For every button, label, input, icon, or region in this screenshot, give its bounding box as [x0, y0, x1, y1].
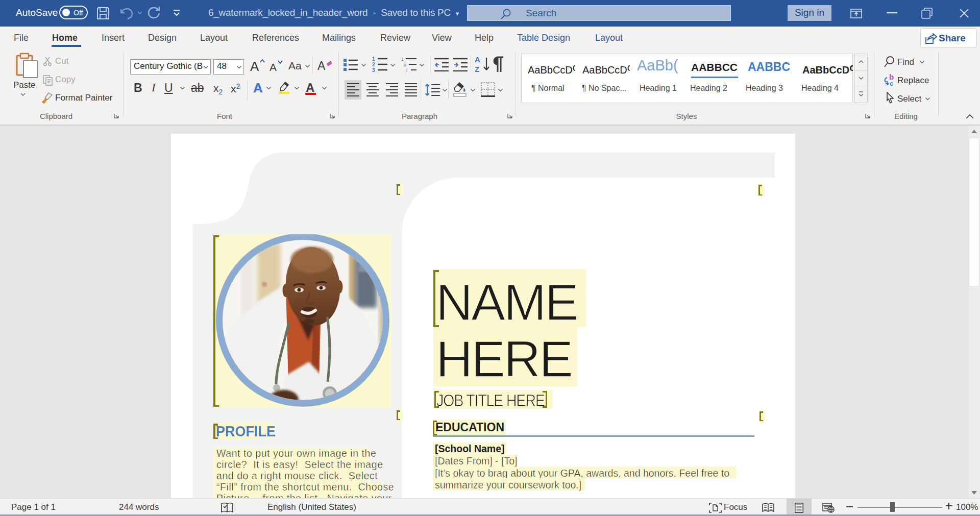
- svg-text:1: 1: [401, 57, 404, 62]
- svg-text:a: a: [404, 62, 406, 67]
- svg-text:c: c: [890, 80, 893, 87]
- svg-text:2: 2: [372, 62, 375, 67]
- svg-text:A: A: [475, 56, 480, 64]
- svg-text:Z: Z: [475, 65, 479, 73]
- svg-text:i: i: [406, 68, 407, 72]
- svg-text:3: 3: [372, 67, 375, 72]
- svg-text:1: 1: [372, 56, 375, 62]
